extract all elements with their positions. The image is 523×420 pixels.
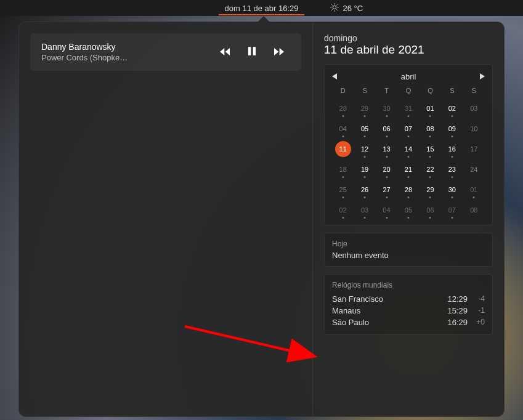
- calendar-day[interactable]: 03: [354, 204, 375, 219]
- calendar-day[interactable]: 17: [463, 143, 485, 158]
- world-clock-time: 16:29: [447, 318, 468, 327]
- calendar-dow-header: Q: [420, 87, 441, 97]
- world-clock-city: Manaus: [332, 306, 447, 315]
- calendar-dow-header: Q: [397, 87, 419, 97]
- calendar-dow-header: T: [376, 87, 397, 97]
- world-clock-offset: -4: [468, 294, 485, 304]
- calendar-day[interactable]: 16: [441, 143, 463, 158]
- calendar-day[interactable]: 28: [397, 184, 419, 198]
- prev-month-button[interactable]: [332, 71, 337, 82]
- calendar-day[interactable]: 04: [332, 123, 354, 137]
- calendar-day[interactable]: 22: [420, 164, 441, 178]
- world-clock-offset: +0: [468, 318, 485, 327]
- calendar-section: abril DSTQQSS282930310102030405060708091…: [324, 64, 493, 225]
- notifications-column: Danny Baranowsky Power Cords (Shopke…: [19, 22, 313, 416]
- calendar-dow-header: S: [354, 87, 375, 97]
- calendar-day[interactable]: 31: [397, 103, 419, 117]
- calendar-day[interactable]: 06: [376, 123, 397, 137]
- events-message: Nenhum evento: [332, 251, 485, 260]
- events-section[interactable]: Hoje Nenhum evento: [324, 233, 493, 267]
- world-clocks-label: Relógios mundiais: [332, 281, 485, 289]
- calendar-day[interactable]: 26: [354, 184, 375, 198]
- notification-panel: Danny Baranowsky Power Cords (Shopke… do…: [18, 22, 505, 417]
- calendar-day[interactable]: 30: [441, 184, 463, 198]
- events-label: Hoje: [332, 240, 485, 248]
- calendar-day[interactable]: 19: [354, 164, 375, 178]
- calendar-day[interactable]: 21: [397, 164, 419, 178]
- calendar-day[interactable]: 23: [441, 164, 463, 178]
- full-date: 11 de abril de 2021: [324, 43, 493, 57]
- sun-icon: [330, 2, 339, 14]
- calendar-day[interactable]: 01: [420, 103, 441, 117]
- calendar-day[interactable]: 14: [397, 143, 419, 158]
- world-clock-row: São Paulo16:29+0: [332, 317, 485, 328]
- topbar-weather[interactable]: 26 °C: [330, 2, 363, 14]
- svg-line-5: [331, 4, 332, 5]
- calendar-day[interactable]: 05: [354, 123, 375, 137]
- svg-marker-13: [274, 48, 278, 55]
- calendar-day[interactable]: 07: [441, 204, 463, 219]
- date-header: domingo 11 de abril de 2021: [324, 33, 493, 57]
- svg-line-8: [336, 4, 337, 5]
- calendar-day[interactable]: 11: [335, 141, 351, 157]
- calendar-day[interactable]: 10: [463, 123, 485, 137]
- calendar-day[interactable]: 29: [354, 103, 375, 117]
- calendar-day[interactable]: 27: [376, 184, 397, 198]
- media-info: Danny Baranowsky Power Cords (Shopke…: [41, 42, 128, 62]
- day-of-week: domingo: [324, 33, 493, 43]
- world-clock-time: 15:29: [447, 306, 468, 315]
- svg-point-0: [333, 6, 336, 9]
- calendar-day[interactable]: 30: [376, 103, 397, 117]
- calendar-dow-header: D: [332, 87, 354, 97]
- pause-icon[interactable]: [248, 47, 256, 58]
- top-bar: dom 11 de abr 16:29 26 °C: [0, 0, 523, 16]
- previous-icon[interactable]: [220, 47, 230, 58]
- world-clocks-section[interactable]: Relógios mundiais San Francisco12:29-4Ma…: [324, 274, 493, 335]
- svg-line-6: [336, 9, 337, 10]
- calendar-day[interactable]: 25: [332, 184, 354, 198]
- calendar-day[interactable]: 15: [420, 143, 441, 158]
- calendar-day[interactable]: 09: [441, 123, 463, 137]
- world-clock-time: 12:29: [447, 294, 468, 304]
- world-clock-city: São Paulo: [332, 318, 447, 327]
- media-player-card[interactable]: Danny Baranowsky Power Cords (Shopke…: [30, 33, 301, 71]
- calendar-day[interactable]: 13: [376, 143, 397, 158]
- svg-marker-9: [220, 48, 224, 55]
- next-icon[interactable]: [274, 47, 284, 58]
- popover-arrow: [257, 16, 270, 22]
- media-artist: Danny Baranowsky: [41, 42, 128, 52]
- calendar-dow-header: S: [441, 87, 463, 97]
- calendar-day[interactable]: 04: [376, 204, 397, 219]
- calendar-day[interactable]: 03: [463, 103, 485, 117]
- calendar-month-label: abril: [401, 72, 416, 81]
- svg-marker-14: [280, 48, 284, 55]
- svg-marker-10: [225, 48, 230, 55]
- calendar-day[interactable]: 08: [420, 123, 441, 137]
- svg-marker-15: [332, 73, 337, 79]
- world-clock-row: San Francisco12:29-4: [332, 293, 485, 305]
- calendar-day[interactable]: 07: [397, 123, 419, 137]
- calendar-day[interactable]: 20: [376, 164, 397, 178]
- temperature-label: 26 °C: [343, 4, 363, 13]
- svg-marker-16: [480, 73, 485, 79]
- calendar-day[interactable]: 08: [463, 204, 485, 219]
- calendar-day[interactable]: 05: [397, 204, 419, 219]
- calendar-day[interactable]: 28: [332, 103, 354, 117]
- next-month-button[interactable]: [480, 71, 485, 82]
- calendar-day[interactable]: 18: [332, 164, 354, 178]
- calendar-day[interactable]: 12: [354, 143, 375, 158]
- svg-rect-11: [248, 47, 251, 55]
- svg-rect-12: [253, 47, 256, 55]
- topbar-clock[interactable]: dom 11 de abr 16:29: [219, 4, 305, 13]
- calendar-grid: DSTQQSS282930310102030405060708091011121…: [332, 87, 485, 219]
- world-clock-offset: -1: [468, 306, 485, 315]
- calendar-dow-header: S: [463, 87, 485, 97]
- calendar-day[interactable]: 02: [441, 103, 463, 117]
- calendar-day[interactable]: 02: [332, 204, 354, 219]
- calendar-day[interactable]: 24: [463, 164, 485, 178]
- world-clock-row: Manaus15:29-1: [332, 305, 485, 317]
- calendar-day[interactable]: 29: [420, 184, 441, 198]
- calendar-day[interactable]: 01: [463, 184, 485, 198]
- svg-line-7: [331, 9, 332, 10]
- calendar-day[interactable]: 06: [420, 204, 441, 219]
